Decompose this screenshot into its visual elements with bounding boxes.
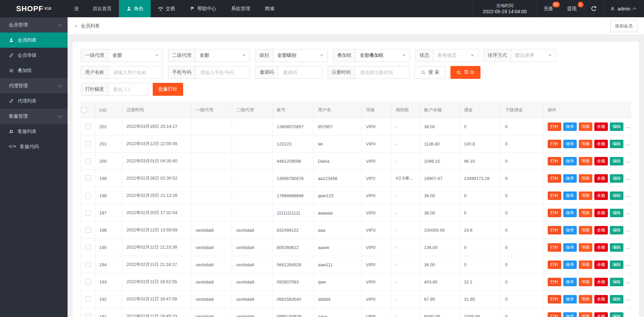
sidebar-item-stack-group[interactable]: 叠加组 — [0, 63, 68, 78]
row-action-inject-button[interactable]: 打针 — [548, 312, 561, 317]
row-action-edit-button[interactable]: 编辑 — [610, 295, 623, 303]
row-more-actions[interactable]: ... — [625, 158, 630, 163]
row-action-edit-button[interactable]: 编辑 — [610, 122, 623, 131]
row-action-inject-button[interactable]: 打针 — [548, 243, 561, 252]
row-action-balance-button[interactable]: 余额 — [594, 261, 608, 269]
filter-agent2-select[interactable]: 全部 — [196, 49, 250, 62]
row-action-balance-button[interactable]: 余额 — [594, 122, 608, 131]
row-action-level-button[interactable]: 等级 — [579, 312, 592, 317]
row-more-actions[interactable]: ... — [625, 176, 630, 181]
recharge-link[interactable]: 充值 89 — [537, 0, 560, 17]
nav-item-mall[interactable]: 商城 — [257, 0, 282, 17]
row-action-edit-button[interactable]: 编辑 — [610, 243, 623, 252]
row-action-inject-button[interactable]: 打针 — [548, 278, 561, 286]
row-action-balance-button[interactable]: 余额 — [594, 157, 608, 165]
row-checkbox[interactable] — [85, 262, 91, 267]
row-action-edit-button[interactable]: 编辑 — [610, 312, 623, 317]
sidebar-item-member-level[interactable]: 会员等级 — [0, 48, 68, 63]
withdraw-link[interactable]: 提现 5 — [560, 0, 584, 17]
search-button[interactable]: 搜 索 — [415, 66, 445, 79]
row-more-actions[interactable]: ... — [625, 193, 630, 198]
row-action-order-button[interactable]: 做单 — [563, 226, 577, 234]
row-action-inject-button[interactable]: 打针 — [548, 140, 561, 148]
filter-sort-select[interactable]: 默认排序 — [511, 49, 556, 62]
row-more-actions[interactable]: ... — [625, 314, 630, 317]
row-action-level-button[interactable]: 等级 — [579, 226, 592, 234]
row-action-balance-button[interactable]: 余额 — [594, 295, 608, 303]
filter-stack-group-select[interactable]: 全部叠加组 — [356, 49, 410, 62]
add-member-button[interactable]: 添加会员 — [610, 20, 637, 32]
sidebar-item-service-list[interactable]: 客服列表 — [0, 124, 68, 139]
refresh-icon[interactable] — [584, 0, 603, 17]
row-action-level-button[interactable]: 等级 — [579, 243, 592, 252]
row-action-balance-button[interactable]: 余额 — [594, 191, 608, 200]
sidebar-item-agent-list[interactable]: 代理列表 — [0, 93, 68, 109]
nav-item-dashboard[interactable]: 后台首页 — [85, 0, 119, 17]
sidebar-item-service-code[interactable]: </> 客服代码 — [0, 139, 68, 154]
row-action-order-button[interactable]: 做单 — [563, 140, 577, 148]
nav-item-trade[interactable]: 交易 — [151, 0, 182, 17]
row-more-actions[interactable]: ... — [625, 279, 630, 284]
row-action-inject-button[interactable]: 打针 — [548, 122, 561, 131]
row-action-edit-button[interactable]: 编辑 — [610, 157, 623, 165]
row-action-order-button[interactable]: 做单 — [563, 243, 577, 252]
row-action-order-button[interactable]: 做单 — [563, 261, 577, 269]
row-action-inject-button[interactable]: 打针 — [548, 295, 561, 303]
row-checkbox[interactable] — [85, 245, 91, 250]
inject-range-input[interactable] — [113, 86, 144, 92]
sidebar-group-member-mgmt[interactable]: 会员管理 — [0, 17, 68, 32]
row-action-balance-button[interactable]: 余额 — [594, 140, 608, 148]
row-action-balance-button[interactable]: 余额 — [594, 312, 608, 317]
invite-code-input[interactable] — [282, 69, 318, 75]
row-action-level-button[interactable]: 等级 — [579, 174, 592, 183]
nav-item-system[interactable]: 系统管理 — [224, 0, 257, 17]
row-more-actions[interactable]: ... — [625, 141, 630, 146]
row-more-actions[interactable]: ... — [625, 296, 630, 301]
row-action-level-button[interactable]: 等级 — [579, 295, 592, 303]
row-checkbox[interactable] — [85, 314, 91, 317]
row-action-edit-button[interactable]: 编辑 — [610, 140, 623, 148]
row-action-balance-button[interactable]: 余额 — [594, 209, 608, 217]
user-menu[interactable]: admin — [603, 0, 644, 17]
row-action-edit-button[interactable]: 编辑 — [610, 261, 623, 269]
row-action-level-button[interactable]: 等级 — [579, 140, 592, 148]
row-checkbox[interactable] — [85, 193, 91, 198]
row-action-balance-button[interactable]: 余额 — [594, 226, 608, 234]
row-action-order-button[interactable]: 做单 — [563, 174, 577, 183]
row-action-inject-button[interactable]: 打针 — [548, 191, 561, 200]
row-action-order-button[interactable]: 做单 — [563, 157, 577, 165]
row-more-actions[interactable]: ... — [625, 210, 630, 215]
row-checkbox[interactable] — [85, 141, 91, 146]
export-button[interactable]: 导 出 — [450, 66, 480, 79]
row-more-actions[interactable]: ... — [625, 124, 630, 129]
row-action-inject-button[interactable]: 打针 — [548, 174, 561, 183]
row-action-level-button[interactable]: 等级 — [579, 209, 592, 217]
row-checkbox[interactable] — [85, 158, 91, 164]
row-action-level-button[interactable]: 等级 — [579, 278, 592, 286]
row-action-inject-button[interactable]: 打针 — [548, 226, 561, 234]
row-more-actions[interactable]: ... — [625, 262, 630, 267]
select-all-checkbox[interactable] — [81, 107, 86, 113]
row-more-actions[interactable]: ... — [625, 227, 630, 232]
username-input[interactable] — [113, 69, 158, 75]
row-checkbox[interactable] — [85, 210, 91, 216]
row-action-level-button[interactable]: 等级 — [579, 122, 592, 131]
row-checkbox[interactable] — [85, 279, 91, 285]
row-action-order-button[interactable]: 做单 — [563, 295, 577, 303]
row-action-balance-button[interactable]: 余额 — [594, 174, 608, 183]
row-checkbox[interactable] — [85, 176, 91, 181]
row-action-edit-button[interactable]: 编辑 — [610, 226, 623, 234]
row-action-edit-button[interactable]: 编辑 — [610, 209, 623, 217]
row-action-edit-button[interactable]: 编辑 — [610, 174, 623, 183]
row-action-order-button[interactable]: 做单 — [563, 278, 577, 286]
phone-input[interactable] — [200, 69, 246, 75]
menu-toggle-icon[interactable] — [68, 0, 85, 17]
row-action-order-button[interactable]: 做单 — [563, 209, 577, 217]
row-checkbox[interactable] — [85, 124, 91, 129]
sidebar-group-agent-mgmt[interactable]: 代理管理 — [0, 78, 68, 93]
row-action-order-button[interactable]: 做单 — [563, 312, 577, 317]
batch-inject-button[interactable]: 批量打针 — [153, 83, 183, 96]
row-action-balance-button[interactable]: 余额 — [594, 243, 608, 252]
row-action-level-button[interactable]: 等级 — [579, 261, 592, 269]
row-checkbox[interactable] — [85, 296, 91, 302]
